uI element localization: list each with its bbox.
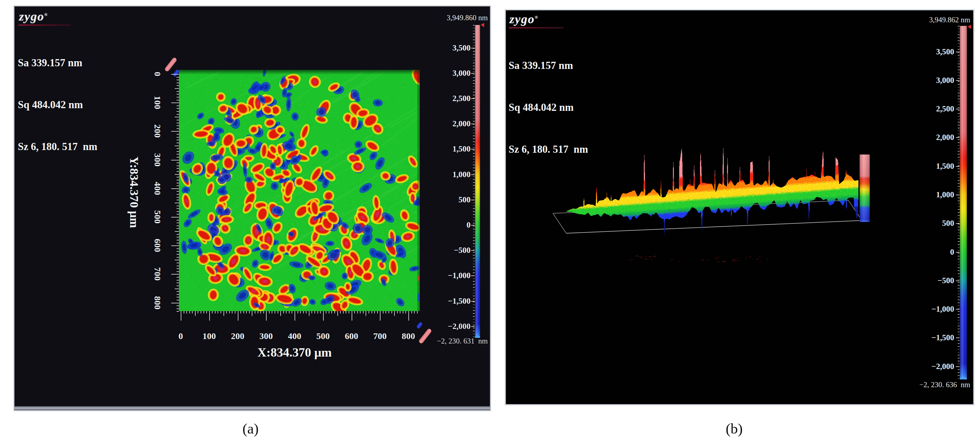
colorbar-ruler-tick xyxy=(473,69,475,69)
colorbar-ruler-tick xyxy=(473,313,475,314)
rotate-handle-bottom-right-tip xyxy=(416,322,423,329)
colorbar-tick-label: 500 xyxy=(432,195,471,205)
colorbar-major-tick xyxy=(956,137,959,138)
colorbar-ruler-tick xyxy=(958,340,959,341)
y-axis-tick xyxy=(177,211,179,212)
colorbar-major-tick xyxy=(471,326,475,327)
x-axis-tick xyxy=(343,311,344,313)
y-axis-tick xyxy=(177,151,179,152)
colorbar-ruler-tick xyxy=(958,250,959,251)
colorbar-major-tick xyxy=(956,166,959,167)
colorbar-b[interactable] xyxy=(960,26,967,379)
surface-3d-view[interactable] xyxy=(530,125,904,274)
colorbar-ruler-tick xyxy=(958,168,959,169)
y-axis-tick xyxy=(177,206,179,206)
colorbar-b-max-label: 3,949.862 nm xyxy=(911,16,970,24)
registered-mark-b: ® xyxy=(535,15,538,20)
colorbar-tick-label: −1,500 xyxy=(432,296,471,306)
colorbar-ruler-tick xyxy=(958,178,959,178)
colorbar-ruler-tick xyxy=(473,95,475,95)
colorbar-ruler-tick xyxy=(958,186,959,187)
colorbar-ruler-tick xyxy=(473,89,475,90)
colorbar-ruler-tick xyxy=(958,49,959,50)
x-axis-tick xyxy=(215,311,215,313)
x-axis-tick xyxy=(306,311,307,313)
y-axis-tick xyxy=(171,274,179,275)
y-axis-tick xyxy=(177,165,179,166)
colorbar-ruler-tick xyxy=(958,314,959,315)
y-axis-tick xyxy=(177,162,179,163)
y-axis-tick xyxy=(175,231,179,232)
y-axis-tick xyxy=(175,174,179,175)
colorbar-a-max-label: 3,949.860 nm xyxy=(428,14,488,22)
y-axis-tick xyxy=(177,143,179,143)
y-axis-tick xyxy=(177,291,179,292)
x-axis-tick-label: 300 xyxy=(259,331,273,341)
colorbar-ruler-tick xyxy=(958,145,959,146)
y-axis-tick xyxy=(177,186,179,186)
colorbar-ruler-tick xyxy=(958,317,959,317)
colorbar-ruler-tick xyxy=(473,191,475,192)
y-axis-tick xyxy=(177,294,179,295)
colorbar-ruler-tick xyxy=(473,319,475,320)
y-axis-tick xyxy=(175,117,179,117)
colorbar-ruler-tick xyxy=(958,116,959,117)
x-axis-tick xyxy=(275,311,275,313)
x-axis-tick-label: 200 xyxy=(231,331,244,341)
colorbar-ruler-tick xyxy=(958,206,959,207)
colorbar-ruler-tick xyxy=(958,259,959,259)
colorbar-ruler-tick xyxy=(958,105,959,105)
colorbar-major-tick xyxy=(471,48,475,48)
y-axis-tick xyxy=(177,234,179,235)
x-axis-tick xyxy=(411,311,412,313)
x-axis-tick xyxy=(334,311,335,313)
x-axis-tick xyxy=(249,311,250,313)
rotate-handle-top-left[interactable] xyxy=(164,57,177,72)
stat-sa: Sa 339.157 nm xyxy=(18,56,97,70)
colorbar-ruler-tick xyxy=(473,71,475,72)
colorbar-ruler-tick xyxy=(473,255,475,256)
x-axis-tick-label: 800 xyxy=(402,331,415,341)
colorbar-ruler-tick xyxy=(958,90,959,90)
y-axis-tick xyxy=(177,240,179,240)
colorbar-ruler-tick xyxy=(958,175,959,175)
x-axis-tick xyxy=(224,311,224,316)
colorbar-ruler-tick xyxy=(958,355,959,356)
y-axis-tick xyxy=(177,157,179,157)
x-axis-tick-label: 400 xyxy=(288,331,301,341)
colorbar-ruler-tick xyxy=(958,73,959,73)
x-axis-tick xyxy=(331,311,332,313)
colorbar-tick-label: 2,000 xyxy=(432,119,471,129)
x-axis-tick xyxy=(354,311,355,313)
colorbar-ruler-tick xyxy=(958,151,959,152)
surface-map[interactable] xyxy=(179,70,420,311)
y-axis-tick xyxy=(177,105,179,106)
colorbar-ruler-tick xyxy=(473,235,475,235)
colorbar-a[interactable] xyxy=(475,25,480,338)
y-axis-tick xyxy=(177,222,179,223)
colorbar-ruler-tick xyxy=(958,253,959,254)
colorbar-ruler-tick xyxy=(958,311,959,312)
colorbar-ruler-tick xyxy=(473,325,475,325)
x-axis-tick xyxy=(309,311,309,316)
x-axis-tick xyxy=(400,311,400,313)
panel-a-viewport: zygo® Sa 339.157 nm Sq 484.042 nm Sz 6, … xyxy=(14,6,490,410)
y-axis-tick xyxy=(177,308,179,309)
colorbar-ruler-tick xyxy=(473,211,475,212)
colorbar-ruler-tick xyxy=(473,188,475,189)
x-axis-tick xyxy=(409,311,409,321)
colorbar-ruler-tick xyxy=(958,157,959,157)
y-axis-tick xyxy=(177,111,179,112)
x-axis-tick xyxy=(383,311,383,313)
panel-b-viewport: zygo® Sa 339.157 nm Sq 484.042 nm Sz 6, … xyxy=(506,10,973,404)
x-axis-tick xyxy=(348,311,349,313)
colorbar-ruler-tick xyxy=(473,83,475,84)
colorbar-ruler-tick xyxy=(958,358,959,358)
colorbar-ruler-tick xyxy=(473,92,475,92)
colorbar-ruler-tick xyxy=(473,54,475,55)
x-axis-tick xyxy=(394,311,395,316)
y-axis-tick-label: 400 xyxy=(153,181,162,195)
logo-underline xyxy=(18,24,71,26)
colorbar-ruler-tick xyxy=(958,67,959,67)
x-axis-tick xyxy=(414,311,415,313)
